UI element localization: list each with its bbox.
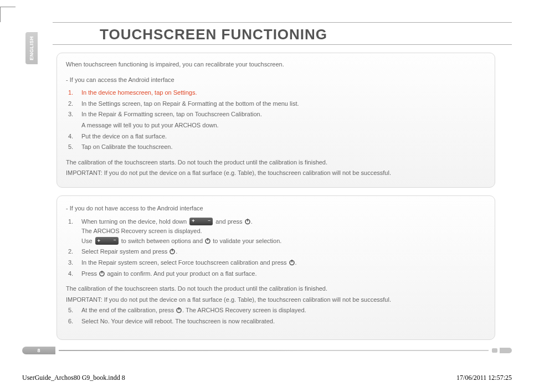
outro-line-1: The calibration of the touchscreen start…: [66, 158, 486, 168]
document-page: ENGLISH TOUCHSCREEN FUNCTIONING When tou…: [0, 0, 534, 392]
steps-list-2: 1. When turning on the device, hold down…: [66, 217, 486, 279]
step-5: 5. Tap on Calibrate the touchscreen.: [66, 142, 486, 152]
condition-line: If you can access the Android interface: [66, 75, 486, 85]
language-tab: ENGLISH: [25, 32, 38, 64]
crop-mark: [0, 7, 16, 22]
steps-list: 1. In the device homescreen, tap on Sett…: [66, 88, 486, 152]
panel-with-android-access: When touchscreen functioning is impaired…: [57, 53, 495, 188]
panel-without-android-access: If you do not have access to the Android…: [57, 195, 495, 341]
steps-list-2b: 5. At the end of the calibration, press …: [66, 306, 486, 326]
header-rule-top: [53, 22, 512, 23]
power-icon: [169, 248, 176, 255]
outro-line-2: IMPORTANT: If you do not put the device …: [66, 168, 486, 178]
mid-line-1: The calibration of the touchscreen start…: [66, 284, 486, 294]
power-icon: [99, 270, 105, 277]
step-3: 3. In the Repair & Formatting screen, ta…: [66, 110, 486, 120]
footer-bar: 8: [22, 347, 512, 354]
page-title: TOUCHSCREEN FUNCTIONING: [100, 26, 512, 43]
step-3-cont: A message will tell you to put your ARCH…: [66, 121, 486, 131]
volume-rocker-icon: +−: [95, 237, 119, 245]
intro-text: When touchscreen functioning is impaired…: [66, 60, 486, 70]
page-number-pill: 8: [22, 347, 55, 354]
step2-1: 1. When turning on the device, hold down…: [66, 217, 486, 246]
step2-3: 3. In the Repair system screen, select F…: [66, 258, 486, 268]
volume-rocker-icon: +−: [189, 218, 213, 225]
footer-end-cap: [500, 348, 512, 353]
footer-rule: [59, 350, 489, 351]
print-metadata: UserGuide_Archos80 G9_book.indd 8 17/06/…: [22, 374, 512, 382]
step-2: 2. In the Settings screen, tap on Repair…: [66, 99, 486, 109]
language-label: ENGLISH: [29, 36, 34, 60]
power-icon: [204, 238, 211, 244]
print-file: UserGuide_Archos80 G9_book.indd 8: [22, 374, 125, 382]
footer-stub: [492, 348, 497, 353]
step2-4: 4. Press again to confirm. And put your …: [66, 269, 486, 279]
power-icon: [176, 307, 182, 313]
print-timestamp: 17/06/2011 12:57:25: [456, 374, 512, 382]
mid-line-2: IMPORTANT: If you do not put the device …: [66, 295, 486, 305]
step2-6: 6. Select No. Your device will reboot. T…: [66, 317, 486, 327]
step2-5: 5. At the end of the calibration, press …: [66, 306, 486, 316]
condition-line-2: If you do not have access to the Android…: [66, 204, 486, 214]
step-4: 4. Put the device on a flat surface.: [66, 132, 486, 142]
step2-2: 2. Select Repair system and press .: [66, 247, 486, 257]
header-rule-bottom: [53, 44, 512, 45]
power-icon: [289, 259, 295, 266]
step-1: 1. In the device homescreen, tap on Sett…: [66, 88, 486, 98]
power-icon: [244, 218, 251, 225]
